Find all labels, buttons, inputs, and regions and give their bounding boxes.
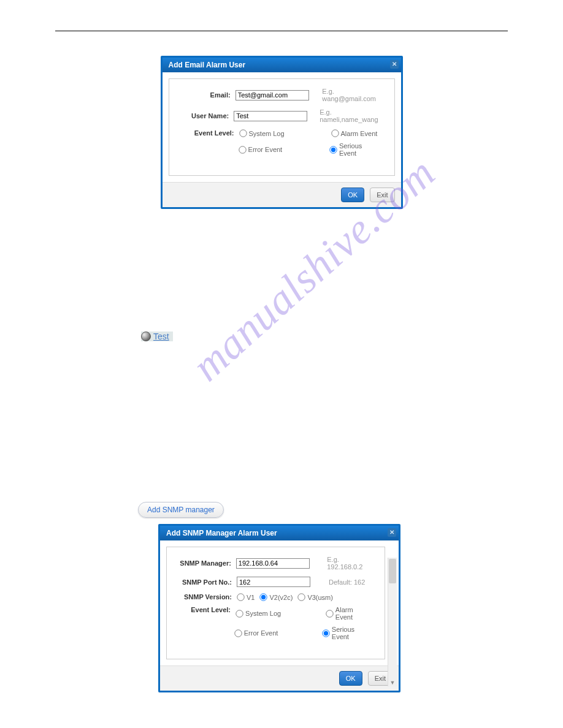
snmp-manager-label: SNMP Manager:: [175, 559, 236, 567]
dialog-title-text: Add Email Alarm User: [169, 61, 246, 69]
email-hint: E.g. wang@gmail.com: [322, 88, 385, 102]
add-snmp-manager-alarm-user-dialog: Add SNMP Manager Alarm User ✕ SNMP Manag…: [158, 524, 400, 692]
form-frame: Email: E.g. wang@gmail.com User Name: E.…: [169, 78, 395, 176]
dialog-footer: OK Exit: [160, 665, 399, 691]
alarm-event-radio[interactable]: [326, 610, 333, 617]
system-log-radio[interactable]: [239, 129, 247, 137]
serious-event-radio[interactable]: [329, 146, 337, 153]
test-link[interactable]: Test: [141, 332, 173, 341]
username-input[interactable]: [234, 111, 307, 121]
add-email-alarm-user-dialog: Add Email Alarm User ✕ Email: E.g. wang@…: [161, 56, 403, 209]
exit-button[interactable]: Exit: [370, 188, 394, 202]
dialog-title: Add Email Alarm User ✕: [163, 58, 401, 72]
snmp-manager-hint: E.g. 192.168.0.2: [327, 556, 376, 571]
close-icon[interactable]: ✕: [390, 60, 399, 69]
scrollbar-thumb[interactable]: [389, 559, 396, 583]
v3-radio[interactable]: [298, 593, 305, 601]
event-level-label: Event Level:: [178, 129, 239, 137]
username-hint: E.g. nameli,name_wang: [320, 108, 385, 123]
v1-radio[interactable]: [237, 593, 244, 601]
test-link-label: Test: [153, 332, 169, 341]
scroll-down-icon[interactable]: ▼: [389, 679, 396, 686]
globe-icon: [141, 332, 151, 341]
ok-button[interactable]: OK: [341, 188, 364, 202]
v2-label: V2(v2c): [269, 594, 293, 601]
dialog-footer: OK Exit: [163, 182, 401, 207]
snmp-port-input[interactable]: [237, 577, 310, 587]
close-icon[interactable]: ✕: [388, 528, 396, 537]
system-log-label: System Log: [249, 130, 285, 137]
error-event-radio[interactable]: [239, 146, 246, 153]
ok-button[interactable]: OK: [339, 671, 362, 686]
dialog-title-text: Add SNMP Manager Alarm User: [166, 529, 277, 537]
add-snmp-manager-button[interactable]: Add SNMP manager: [138, 502, 224, 518]
serious-event-label: Serious Event: [339, 142, 381, 157]
snmp-manager-input[interactable]: [236, 558, 310, 569]
v1-label: V1: [247, 594, 255, 601]
form-frame: SNMP Manager: E.g. 192.168.0.2 SNMP Port…: [166, 547, 385, 659]
email-label: Email:: [178, 91, 236, 99]
username-label: User Name:: [178, 112, 234, 119]
alarm-event-label: Alarm Event: [335, 606, 371, 621]
snmp-port-hint: Default: 162: [329, 578, 365, 586]
serious-event-label: Serious Event: [332, 626, 371, 640]
dialog-title: Add SNMP Manager Alarm User ✕: [160, 526, 399, 540]
v2-radio[interactable]: [260, 593, 267, 601]
error-event-label: Error Event: [248, 146, 283, 153]
error-event-label: Error Event: [244, 629, 278, 637]
system-log-radio[interactable]: [236, 610, 243, 617]
alarm-event-radio[interactable]: [331, 129, 339, 137]
v3-label: V3(usm): [307, 594, 333, 601]
snmp-port-label: SNMP Port No.:: [175, 578, 237, 586]
alarm-event-label: Alarm Event: [341, 130, 378, 137]
system-log-label: System Log: [245, 610, 281, 617]
snmp-version-label: SNMP Version:: [175, 593, 237, 601]
serious-event-radio[interactable]: [322, 629, 329, 637]
email-input[interactable]: [236, 90, 309, 100]
event-level-label: Event Level:: [175, 606, 236, 621]
error-event-radio[interactable]: [234, 629, 242, 637]
horizontal-rule: [55, 31, 508, 31]
